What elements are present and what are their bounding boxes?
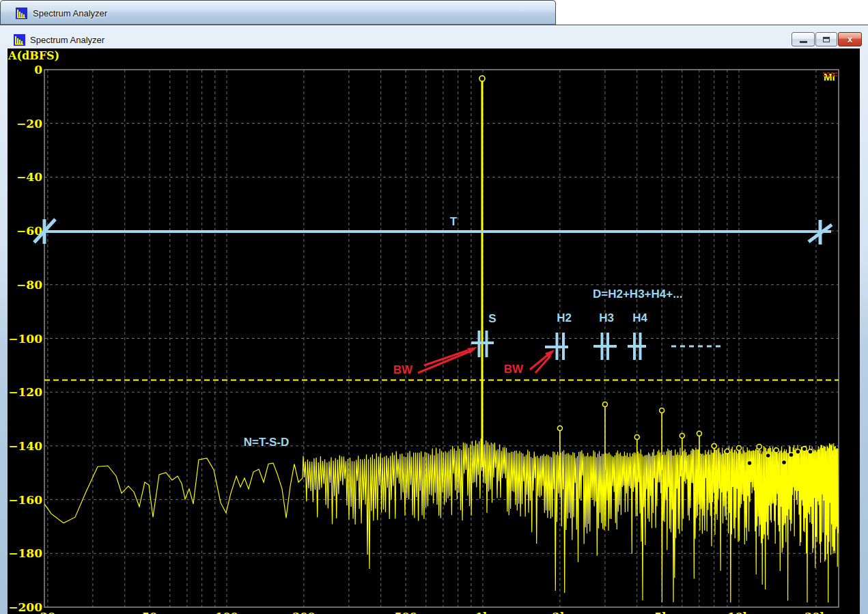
minimize-icon (800, 41, 807, 43)
background-window-title: Spectrum Analyzer (33, 8, 107, 18)
window-title: Spectrum Analyzer (30, 35, 104, 45)
app-icon (14, 34, 25, 46)
minimize-button[interactable] (792, 32, 815, 46)
close-icon: x (848, 35, 852, 44)
maximize-button[interactable] (815, 32, 837, 46)
plot-client-area (8, 48, 860, 614)
spectrum-analyzer-window: Spectrum Analyzer x (0, 25, 868, 614)
background-window-titlebar[interactable]: Spectrum Analyzer (1, 1, 555, 24)
close-button[interactable]: x (838, 32, 862, 46)
background-window[interactable]: Spectrum Analyzer (0, 0, 556, 25)
app-icon (16, 8, 27, 19)
maximize-icon (823, 37, 830, 42)
